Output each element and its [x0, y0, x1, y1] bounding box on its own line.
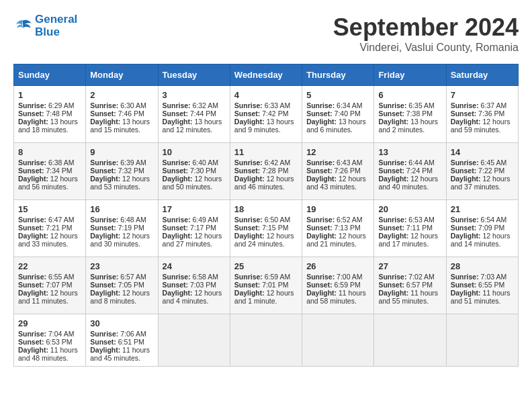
day-info: Sunset: 6:51 PM	[90, 338, 153, 346]
calendar-cell: 2Sunrise: 6:30 AMSunset: 7:46 PMDaylight…	[86, 86, 158, 143]
day-info: Daylight: 12 hours and 37 minutes.	[451, 175, 514, 191]
day-info: Sunrise: 6:48 AM	[90, 216, 153, 224]
day-info: Sunset: 7:19 PM	[90, 224, 153, 232]
logo-text: General Blue	[35, 13, 77, 38]
logo: General Blue	[13, 13, 77, 38]
day-info: Sunset: 7:26 PM	[306, 167, 369, 175]
calendar-cell: 27Sunrise: 7:02 AMSunset: 6:57 PMDayligh…	[374, 257, 446, 314]
column-header-saturday: Saturday	[446, 64, 518, 86]
day-info: Sunset: 7:38 PM	[378, 109, 441, 118]
day-number: 29	[18, 318, 81, 328]
calendar-cell: 19Sunrise: 6:52 AMSunset: 7:13 PMDayligh…	[302, 200, 374, 257]
day-number: 3	[163, 90, 226, 100]
day-info: Daylight: 12 hours and 27 minutes.	[163, 232, 226, 248]
day-info: Daylight: 13 hours and 6 minutes.	[306, 118, 369, 134]
day-info: Sunrise: 7:02 AM	[378, 273, 441, 281]
calendar-cell: 22Sunrise: 6:55 AMSunset: 7:07 PMDayligh…	[14, 257, 86, 314]
day-number: 15	[18, 204, 81, 214]
column-header-friday: Friday	[374, 64, 446, 86]
calendar-cell: 28Sunrise: 7:03 AMSunset: 6:55 PMDayligh…	[446, 257, 518, 314]
day-number: 22	[18, 261, 81, 271]
day-number: 9	[90, 147, 153, 157]
day-number: 12	[306, 147, 369, 157]
day-info: Daylight: 12 hours and 33 minutes.	[18, 232, 81, 248]
column-header-wednesday: Wednesday	[230, 64, 302, 86]
day-info: Sunrise: 7:06 AM	[90, 330, 153, 338]
day-info: Sunrise: 6:53 AM	[378, 216, 441, 224]
day-number: 1	[18, 90, 81, 100]
day-number: 28	[451, 261, 514, 271]
page-header: General Blue September 2024 Vinderei, Va…	[13, 13, 519, 54]
calendar-cell: 20Sunrise: 6:53 AMSunset: 7:11 PMDayligh…	[374, 200, 446, 257]
day-number: 23	[90, 261, 153, 271]
day-info: Sunrise: 6:50 AM	[234, 216, 298, 224]
day-info: Daylight: 11 hours and 51 minutes.	[451, 289, 514, 305]
day-info: Daylight: 12 hours and 56 minutes.	[18, 175, 81, 191]
day-info: Sunset: 7:30 PM	[163, 167, 226, 175]
day-number: 16	[90, 204, 153, 214]
calendar-cell: 21Sunrise: 6:54 AMSunset: 7:09 PMDayligh…	[446, 200, 518, 257]
day-info: Daylight: 12 hours and 24 minutes.	[234, 232, 298, 248]
calendar-cell: 8Sunrise: 6:38 AMSunset: 7:34 PMDaylight…	[14, 143, 86, 200]
calendar-cell: 12Sunrise: 6:43 AMSunset: 7:26 PMDayligh…	[302, 143, 374, 200]
calendar-cell: 14Sunrise: 6:45 AMSunset: 7:22 PMDayligh…	[446, 143, 518, 200]
day-info: Sunrise: 7:03 AM	[451, 273, 514, 281]
day-number: 30	[90, 318, 153, 328]
day-info: Sunrise: 6:43 AM	[306, 158, 369, 167]
calendar-cell: 1Sunrise: 6:29 AMSunset: 7:48 PMDaylight…	[14, 86, 86, 143]
day-info: Sunrise: 6:30 AM	[90, 101, 153, 109]
day-info: Daylight: 13 hours and 2 minutes.	[378, 118, 441, 134]
calendar-cell: 4Sunrise: 6:33 AMSunset: 7:42 PMDaylight…	[230, 86, 302, 143]
month-title: September 2024	[333, 13, 519, 42]
day-info: Sunrise: 6:55 AM	[18, 273, 81, 281]
day-info: Sunset: 7:21 PM	[18, 224, 81, 232]
day-info: Sunset: 6:53 PM	[18, 338, 81, 346]
day-info: Sunset: 7:42 PM	[234, 109, 298, 118]
column-header-monday: Monday	[86, 64, 158, 86]
calendar-cell: 13Sunrise: 6:44 AMSunset: 7:24 PMDayligh…	[374, 143, 446, 200]
day-number: 14	[451, 147, 514, 157]
day-info: Sunrise: 6:54 AM	[451, 216, 514, 224]
day-info: Sunrise: 6:33 AM	[234, 101, 298, 109]
day-info: Sunrise: 6:58 AM	[163, 273, 226, 281]
day-info: Daylight: 12 hours and 43 minutes.	[306, 175, 369, 191]
calendar-cell	[302, 314, 374, 367]
day-info: Sunset: 7:17 PM	[163, 224, 226, 232]
day-info: Sunset: 7:36 PM	[451, 109, 514, 118]
day-info: Sunrise: 6:40 AM	[163, 158, 226, 167]
column-header-tuesday: Tuesday	[158, 64, 230, 86]
day-info: Sunset: 7:22 PM	[451, 167, 514, 175]
day-info: Sunrise: 6:49 AM	[163, 216, 226, 224]
day-info: Sunset: 7:40 PM	[306, 109, 369, 118]
day-number: 8	[18, 147, 81, 157]
calendar-cell: 3Sunrise: 6:32 AMSunset: 7:44 PMDaylight…	[158, 86, 230, 143]
day-number: 5	[306, 90, 369, 100]
day-number: 18	[234, 204, 298, 214]
day-info: Sunset: 7:09 PM	[451, 224, 514, 232]
calendar-cell: 11Sunrise: 6:42 AMSunset: 7:28 PMDayligh…	[230, 143, 302, 200]
day-number: 4	[234, 90, 298, 100]
day-info: Daylight: 11 hours and 55 minutes.	[378, 289, 441, 305]
day-info: Daylight: 12 hours and 46 minutes.	[234, 175, 298, 191]
day-info: Daylight: 12 hours and 30 minutes.	[90, 232, 153, 248]
calendar-cell: 29Sunrise: 7:04 AMSunset: 6:53 PMDayligh…	[14, 314, 86, 367]
calendar-cell: 16Sunrise: 6:48 AMSunset: 7:19 PMDayligh…	[86, 200, 158, 257]
day-info: Daylight: 13 hours and 18 minutes.	[18, 118, 81, 134]
calendar-cell: 24Sunrise: 6:58 AMSunset: 7:03 PMDayligh…	[158, 257, 230, 314]
day-info: Sunset: 7:01 PM	[234, 281, 298, 289]
day-number: 6	[378, 90, 441, 100]
location-subtitle: Vinderei, Vaslui County, Romania	[333, 42, 519, 54]
calendar-cell: 6Sunrise: 6:35 AMSunset: 7:38 PMDaylight…	[374, 86, 446, 143]
day-info: Sunrise: 6:34 AM	[306, 101, 369, 109]
day-info: Sunset: 7:13 PM	[306, 224, 369, 232]
day-info: Daylight: 11 hours and 58 minutes.	[306, 289, 369, 305]
day-info: Sunset: 7:28 PM	[234, 167, 298, 175]
day-number: 21	[451, 204, 514, 214]
day-info: Sunset: 7:03 PM	[163, 281, 226, 289]
day-info: Sunrise: 7:04 AM	[18, 330, 81, 338]
day-info: Sunset: 7:48 PM	[18, 109, 81, 118]
day-info: Sunrise: 6:59 AM	[234, 273, 298, 281]
day-info: Daylight: 12 hours and 40 minutes.	[378, 175, 441, 191]
day-info: Sunrise: 6:37 AM	[451, 101, 514, 109]
day-info: Daylight: 12 hours and 11 minutes.	[18, 289, 81, 305]
